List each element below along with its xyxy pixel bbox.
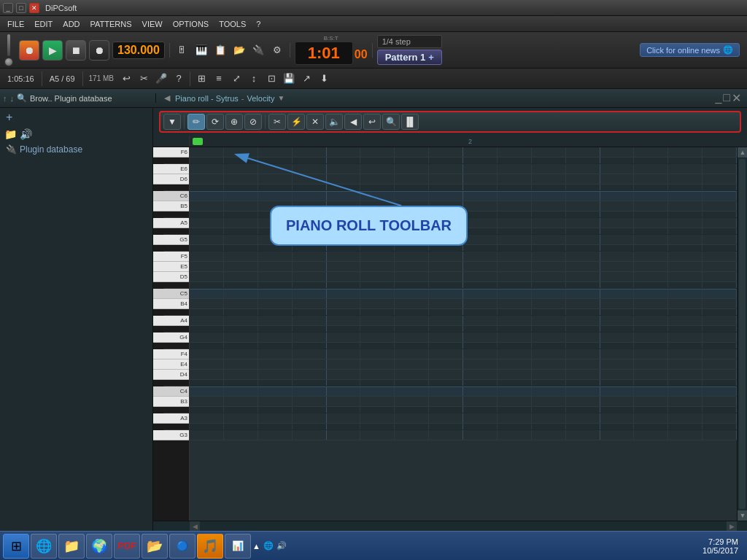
grid-cell[interactable] <box>190 424 224 429</box>
piano-key-black[interactable] <box>163 211 189 218</box>
grid-cell[interactable] <box>190 272 224 281</box>
grid-cell[interactable] <box>566 211 600 217</box>
taskbar-ie[interactable]: 🌐 <box>31 534 57 559</box>
pattern-display[interactable]: Pattern 1 + <box>377 50 442 65</box>
scroll-thumb[interactable] <box>739 159 746 509</box>
grid-cell[interactable] <box>703 413 737 423</box>
maximize-button[interactable]: □ <box>16 3 26 13</box>
grid-cell[interactable] <box>327 316 361 325</box>
step-display[interactable]: 1/4 step <box>377 35 442 48</box>
grid-cell[interactable] <box>600 245 635 251</box>
piano-icon[interactable]: 🎹 <box>193 42 209 58</box>
grid-row[interactable] <box>190 380 737 386</box>
grid-icon[interactable]: ⊞ <box>193 71 209 87</box>
piano-key-black[interactable] <box>163 184 189 191</box>
grid-cell[interactable] <box>327 397 361 406</box>
grid-cell[interactable] <box>498 326 532 332</box>
piano-key-black[interactable] <box>163 228 189 235</box>
grid-cell[interactable] <box>498 380 532 386</box>
grid-cell[interactable] <box>327 326 361 332</box>
piano-key-A3[interactable]: A3 <box>153 413 189 424</box>
grid-cell[interactable] <box>532 289 566 298</box>
grid-cell[interactable] <box>293 245 327 251</box>
grid-cell[interactable] <box>566 201 600 211</box>
grid-cell[interactable] <box>532 235 566 244</box>
grid-cell[interactable] <box>463 218 498 228</box>
grid-cell[interactable] <box>395 164 429 174</box>
grid-row[interactable] <box>190 235 737 245</box>
scroll-left[interactable]: ◀ <box>190 521 200 531</box>
grid-cell[interactable] <box>703 387 737 396</box>
grid-cell[interactable] <box>668 332 703 342</box>
grid-row[interactable] <box>190 343 737 349</box>
grid-cell[interactable] <box>258 413 293 423</box>
grid-cell[interactable] <box>498 272 532 281</box>
grid-cell[interactable] <box>566 349 600 359</box>
grid-row[interactable] <box>190 299 737 309</box>
grid-cell[interactable] <box>566 228 600 234</box>
grid-cell[interactable] <box>327 370 361 379</box>
grid-row[interactable] <box>190 397 737 407</box>
piano-key-F6[interactable]: F6 <box>153 147 189 158</box>
grid-cell[interactable] <box>566 299 600 308</box>
grid-cell[interactable] <box>498 316 532 325</box>
grid-row[interactable] <box>190 282 737 289</box>
grid-cell[interactable] <box>395 332 429 342</box>
grid-cell[interactable] <box>566 147 600 157</box>
help-icon[interactable]: ? <box>171 71 187 87</box>
browser-icon[interactable]: 📂 <box>231 42 247 58</box>
grid-cell[interactable] <box>360 218 395 228</box>
piano-key-A4[interactable]: A4 <box>153 316 189 326</box>
grid-cell[interactable] <box>634 282 668 288</box>
grid-cell[interactable] <box>190 413 224 423</box>
grid-cell[interactable] <box>532 184 566 190</box>
grid-cell[interactable] <box>360 343 395 349</box>
grid-cell[interactable] <box>258 245 293 251</box>
grid-cell[interactable] <box>293 424 327 429</box>
menu-edit[interactable]: EDIT <box>30 18 57 30</box>
taskbar-fl-studio[interactable]: 🎵 <box>197 534 223 559</box>
grid-cell[interactable] <box>190 387 224 396</box>
grid-cell[interactable] <box>634 326 668 332</box>
grid-cell[interactable] <box>498 332 532 342</box>
grid-cell[interactable] <box>463 245 498 251</box>
piano-key-black[interactable] <box>163 309 189 316</box>
grid-cell[interactable] <box>600 252 635 261</box>
zoom-btn[interactable]: 🔍 <box>382 114 400 130</box>
grid-cell[interactable] <box>293 309 327 315</box>
grid-cell[interactable] <box>258 299 293 308</box>
grid-cell[interactable] <box>190 343 224 349</box>
grid-cell[interactable] <box>224 407 258 413</box>
grid-row[interactable] <box>190 164 737 174</box>
grid-cell[interactable] <box>327 332 361 342</box>
grid-cell[interactable] <box>190 407 224 413</box>
grid-cell[interactable] <box>395 235 429 244</box>
grid-cell[interactable] <box>327 158 361 163</box>
grid-cell[interactable] <box>703 158 737 163</box>
grid-cell[interactable] <box>498 245 532 251</box>
grid-cell[interactable] <box>703 289 737 298</box>
grid-row[interactable] <box>190 147 737 158</box>
grid-cell[interactable] <box>566 218 600 228</box>
grid-cell[interactable] <box>566 397 600 406</box>
close-button[interactable]: ✕ <box>29 3 39 13</box>
grid-cell[interactable] <box>224 343 258 349</box>
grid-cell[interactable] <box>668 413 703 423</box>
grid-cell[interactable] <box>668 211 703 217</box>
grid-cell[interactable] <box>395 174 429 184</box>
grid-cell[interactable] <box>463 326 498 332</box>
vertical-scrollbar[interactable]: ▲ ▼ <box>737 147 747 521</box>
grid-cell[interactable] <box>566 164 600 174</box>
grid-cell[interactable] <box>258 282 293 288</box>
grid-cell[interactable] <box>429 397 463 406</box>
grid-cell[interactable] <box>668 158 703 163</box>
grid-cell[interactable] <box>668 349 703 359</box>
grid-cell[interactable] <box>600 407 635 413</box>
stop-button[interactable]: ⏹ <box>66 40 86 61</box>
grid-cell[interactable] <box>224 316 258 325</box>
grid-cell[interactable] <box>703 299 737 308</box>
piano-key-D6[interactable]: D6 <box>153 174 189 184</box>
waveform-btn[interactable]: ▐▌ <box>401 114 419 130</box>
grid-cell[interactable] <box>498 397 532 406</box>
grid-cell[interactable] <box>224 158 258 163</box>
